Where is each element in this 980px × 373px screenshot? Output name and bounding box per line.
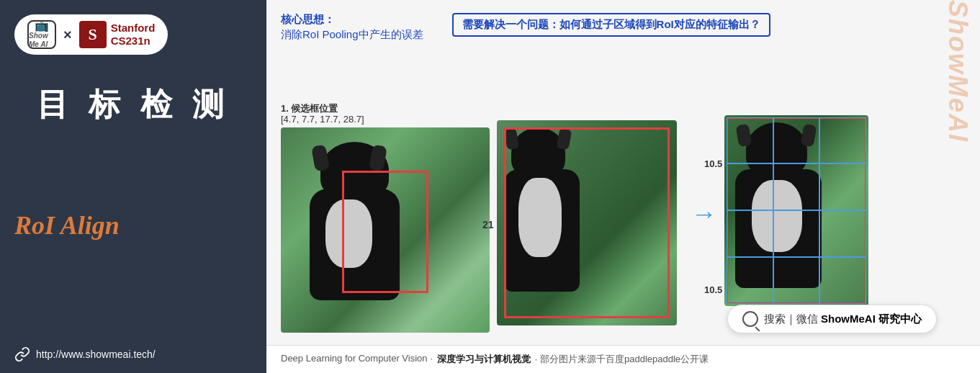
- footer-suffix: · 部分图片来源千百度paddlepaddle公开课: [535, 353, 709, 366]
- bounding-box-2: [504, 127, 670, 318]
- grid-cell: [819, 117, 866, 164]
- footer-text: Deep Learning for Computer Vision ·: [281, 353, 433, 366]
- logo-badge: 📺 Show Me Al × S Stanford CS231n: [14, 14, 168, 55]
- dog-image-1: [281, 127, 490, 333]
- core-idea-desc: 消除RoI Pooling中产生的误差: [281, 28, 423, 42]
- link-icon: [14, 346, 30, 362]
- website-link[interactable]: http://www.showmeai.tech/: [14, 346, 156, 362]
- step1-coords: [4.7, 7.7, 17.7, 28.7]: [281, 114, 364, 125]
- core-idea-block: 核心思想： 消除RoI Pooling中产生的误差: [281, 13, 423, 42]
- top-row: 核心思想： 消除RoI Pooling中产生的误差 需要解决一个问题：如何通过子…: [281, 13, 966, 42]
- grid-cell: [727, 163, 773, 210]
- stanford-logo: S Stanford CS231n: [79, 21, 156, 48]
- stanford-s-icon: S: [79, 21, 107, 48]
- search-text: 搜索｜微信 ShowMeAI 研究中心: [764, 313, 922, 326]
- content-area: ShowMeAI 核心思想： 消除RoI Pooling中产生的误差 需要解决一…: [266, 0, 980, 373]
- grid-cell: [819, 163, 866, 210]
- x-separator: ×: [63, 27, 72, 43]
- search-icon: [742, 311, 758, 327]
- bounding-box-1: [342, 171, 428, 293]
- stanford-course: CS231n: [111, 35, 156, 48]
- stanford-text: Stanford CS231n: [111, 22, 156, 48]
- footer-bold: 深度学习与计算机视觉: [437, 353, 531, 366]
- dog-original-container: 1. 候选框位置 [4.7, 7.7, 17.7, 28.7]: [281, 102, 490, 311]
- dim-10-5-bottom: 10.5: [704, 284, 722, 295]
- roi-grid: [727, 117, 866, 304]
- dog-image-3: [724, 115, 868, 306]
- search-prefix: 搜索｜微信: [764, 313, 818, 325]
- showmeai-label: Show Me Al: [29, 32, 55, 49]
- website-url: http://www.showmeai.tech/: [36, 349, 156, 360]
- core-idea-title: 核心思想：: [281, 13, 423, 27]
- footer-bar: Deep Learning for Computer Vision · 深度学习…: [266, 345, 980, 373]
- dim-21: 21: [482, 219, 494, 230]
- grid-cell: [727, 257, 773, 304]
- grid-cell: [727, 117, 773, 164]
- stanford-name: Stanford: [111, 22, 156, 35]
- grid-cell: [773, 257, 820, 304]
- search-bar[interactable]: 搜索｜微信 ShowMeAI 研究中心: [727, 305, 937, 333]
- grid-dog-container: 6.5 6.5 10.5 10.5: [724, 90, 883, 324]
- main-title: 目 标 检 测: [37, 84, 230, 126]
- grid-cell: [819, 257, 866, 304]
- showmeai-logo-icon: 📺 Show Me Al: [27, 20, 56, 49]
- dog-ear-left: [311, 145, 330, 172]
- question-box: 需要解决一个问题：如何通过子区域得到RoI对应的特征输出？: [452, 13, 770, 37]
- section-title: RoI Align: [14, 210, 120, 241]
- dim-10-5-top: 10.5: [704, 158, 722, 169]
- grid-cell: [773, 117, 820, 164]
- dog-roi-container: 2. 提取RoI特征 13 21: [497, 84, 684, 329]
- grid-cell: [773, 163, 820, 210]
- search-brand: ShowMeAI 研究中心: [821, 313, 922, 325]
- watermark: ShowMeAI: [943, 0, 973, 330]
- arrow-right-icon: →: [691, 199, 717, 229]
- grid-cell: [727, 210, 773, 257]
- dog-image-2: [497, 120, 677, 325]
- grid-cell: [819, 210, 866, 257]
- sidebar: 📺 Show Me Al × S Stanford CS231n 目 标 检 测…: [0, 0, 266, 373]
- grid-cell: [773, 210, 820, 257]
